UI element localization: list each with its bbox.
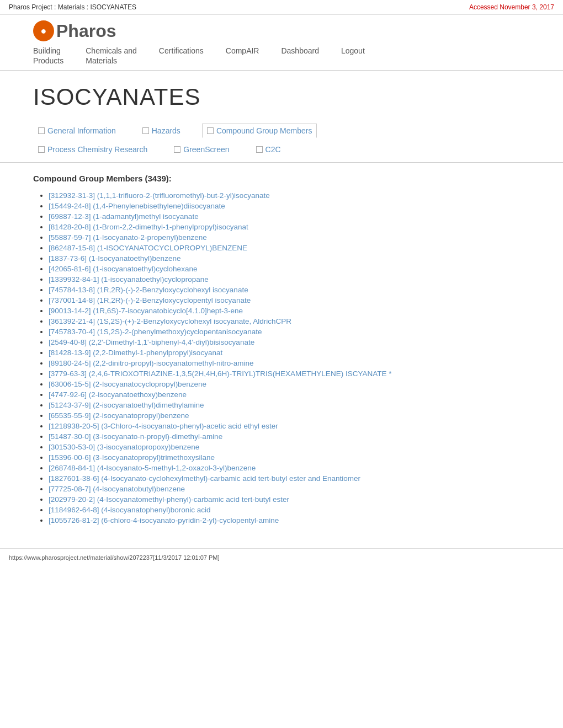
tab-checkbox-process: [38, 146, 45, 153]
list-item: [55887-59-7] (1-Isocyanato-2-propenyl)be…: [49, 233, 530, 242]
header: ● Pharos BuildingProducts Chemicals andM…: [0, 15, 563, 71]
nav-logout[interactable]: Logout: [341, 46, 365, 66]
compound-link[interactable]: [1184962-64-8] (4-isocyanatophenyl)boron…: [49, 506, 210, 514]
compound-link[interactable]: [745783-70-4] (1S,2S)-2-(phenylmethoxy)c…: [49, 328, 262, 336]
tab-general-information[interactable]: General Information: [33, 124, 121, 138]
tab-c2c[interactable]: C2C: [251, 142, 286, 157]
compound-link[interactable]: [2549-40-8] (2,2'-Dimethyl-1,1'-biphenyl…: [49, 338, 254, 346]
breadcrumb: Pharos Project : Materials : ISOCYANATES: [9, 3, 136, 11]
tab-compound-group-members[interactable]: Compound Group Members: [202, 124, 317, 138]
compound-link[interactable]: [1837-73-6] (1-Isocyanatoethyl)benzene: [49, 254, 180, 263]
compound-link[interactable]: [15449-24-8] (1,4-Phenylenebisethylene)d…: [49, 202, 225, 210]
compound-heading: Compound Group Members (3439):: [33, 174, 530, 183]
list-item: [65535-55-9] (2-isocyanatopropyl)benzene: [49, 411, 530, 420]
compound-link[interactable]: [1055726-81-2] (6-chloro-4-isocyanato-py…: [49, 516, 279, 524]
compound-link[interactable]: [51487-30-0] (3-isocyanato-n-propyl)-dim…: [49, 432, 222, 441]
tab-label-general: General Information: [47, 126, 116, 135]
list-item: [81428-20-8] (1-Brom-2,2-dimethyl-1-phen…: [49, 222, 530, 231]
compound-link[interactable]: [361392-21-4] (1S,2S)-(+)-2-Benzyloxycyc…: [49, 317, 291, 325]
nav-certifications[interactable]: Certifications: [159, 46, 204, 66]
list-item: [81428-13-9] (2,2-Dimethyl-1-phenylpropy…: [49, 348, 530, 357]
tab-process-chemistry[interactable]: Process Chemistry Research: [33, 142, 152, 157]
nav-compair[interactable]: CompAIR: [226, 46, 259, 66]
compound-link[interactable]: [312932-31-3] (1,1,1-trifluoro-2-(triflu…: [49, 191, 270, 200]
compound-link[interactable]: [737001-14-8] (1R,2R)-(-)-2-Benzyloxycyc…: [49, 296, 251, 304]
tab-label-hazards: Hazards: [152, 126, 180, 135]
footer-url: https://www.pharosproject.net/material/s…: [9, 554, 220, 561]
compound-link[interactable]: [15396-00-6] (3-Isocyanatopropyl)trimeth…: [49, 453, 215, 462]
tab-label-process: Process Chemistry Research: [47, 145, 147, 154]
compound-link[interactable]: [77725-08-7] (4-Isocyanatobutyl)benzene: [49, 485, 185, 493]
compound-link[interactable]: [55887-59-7] (1-Isocyanato-2-propenyl)be…: [49, 233, 207, 242]
list-item: [1837-73-6] (1-Isocyanatoethyl)benzene: [49, 254, 530, 263]
tab-label-greenscreen: GreenScreen: [183, 145, 229, 154]
list-item: [745784-13-8] (1R,2R)-(-)-2-Benzyloxycyc…: [49, 285, 530, 294]
compound-link[interactable]: [202979-20-2] (4-Isocyanatomethyl-phenyl…: [49, 495, 289, 504]
logo-text: Pharos: [56, 21, 116, 41]
compound-link[interactable]: [1218938-20-5] (3-Chloro-4-isocyanato-ph…: [49, 422, 278, 430]
list-item: [2549-40-8] (2,2'-Dimethyl-1,1'-biphenyl…: [49, 338, 530, 346]
compound-link[interactable]: [81428-13-9] (2,2-Dimethyl-1-phenylpropy…: [49, 349, 222, 357]
list-item: [1218938-20-5] (3-Chloro-4-isocyanato-ph…: [49, 421, 530, 430]
compound-link[interactable]: [301530-53-0] (3-isocyanatopropoxy)benze…: [49, 443, 199, 451]
logo: ● Pharos: [33, 20, 530, 41]
compound-link[interactable]: [65535-55-9] (2-isocyanatopropyl)benzene: [49, 411, 189, 420]
compound-list: [312932-31-3] (1,1,1-trifluoro-2-(triflu…: [33, 191, 530, 524]
compound-link[interactable]: [90013-14-2] (1R,6S)-7-isocyanatobicyclo…: [49, 307, 243, 315]
compound-link[interactable]: [89180-24-5] (2,2-dinitro-propyl)-isocya…: [49, 359, 253, 367]
footer: https://www.pharosproject.net/material/s…: [0, 548, 563, 566]
list-item: [1339932-84-1] (1-isocyanatoethyl)cyclop…: [49, 275, 530, 283]
tab-checkbox-greenscreen: [174, 146, 180, 153]
accessed-date: Accessed November 3, 2017: [469, 3, 554, 11]
list-item: [15396-00-6] (3-Isocyanatopropyl)trimeth…: [49, 453, 530, 462]
top-bar: Pharos Project : Materials : ISOCYANATES…: [0, 0, 563, 15]
list-item: [51487-30-0] (3-isocyanato-n-propyl)-dim…: [49, 432, 530, 441]
list-item: [1184962-64-8] (4-isocyanatophenyl)boron…: [49, 505, 530, 514]
list-item: [737001-14-8] (1R,2R)-(-)-2-Benzyloxycyc…: [49, 296, 530, 304]
list-item: [312932-31-3] (1,1,1-trifluoro-2-(triflu…: [49, 191, 530, 200]
nav-dashboard[interactable]: Dashboard: [281, 46, 319, 66]
compound-link[interactable]: [1827601-38-6] (4-Isocyanato-cyclohexylm…: [49, 474, 360, 483]
list-item: [51243-37-9] (2-isocyanatoethyl)dimethyl…: [49, 400, 530, 409]
compound-link[interactable]: [745784-13-8] (1R,2R)-(-)-2-Benzyloxycyc…: [49, 286, 248, 294]
tab-hazards[interactable]: Hazards: [137, 124, 185, 138]
compound-link[interactable]: [51243-37-9] (2-isocyanatoethyl)dimethyl…: [49, 401, 204, 409]
tab-checkbox-c2c: [256, 146, 263, 153]
list-item: [89180-24-5] (2,2-dinitro-propyl)-isocya…: [49, 358, 530, 367]
compound-link[interactable]: [862487-15-8] (1-ISOCYANATOCYCLOPROPYL)B…: [49, 244, 247, 252]
list-item: [77725-08-7] (4-Isocyanatobutyl)benzene: [49, 484, 530, 493]
tab-checkbox-general: [38, 127, 45, 134]
compound-link[interactable]: [69887-12-3] (1-adamantyl)methyl isocyan…: [49, 212, 199, 221]
compound-link[interactable]: [1339932-84-1] (1-isocyanatoethyl)cyclop…: [49, 275, 209, 283]
list-item: [268748-84-1] (4-Isocyanato-5-methyl-1,2…: [49, 463, 530, 472]
list-item: [15449-24-8] (1,4-Phenylenebisethylene)d…: [49, 201, 530, 210]
list-item: [1827601-38-6] (4-Isocyanato-cyclohexylm…: [49, 474, 530, 483]
list-item: [90013-14-2] (1R,6S)-7-isocyanatobicyclo…: [49, 306, 530, 315]
list-item: [361392-21-4] (1S,2S)-(+)-2-Benzyloxycyc…: [49, 317, 530, 325]
list-item: [42065-81-6] (1-isocyanatoethyl)cyclohex…: [49, 264, 530, 273]
compound-link[interactable]: [42065-81-6] (1-isocyanatoethyl)cyclohex…: [49, 265, 197, 273]
tab-greenscreen[interactable]: GreenScreen: [169, 142, 234, 157]
compound-link[interactable]: [3779-63-3] (2,4,6-TRIOXOTRIAZINE-1,3,5(…: [49, 370, 391, 378]
compound-link[interactable]: [81428-20-8] (1-Brom-2,2-dimethyl-1-phen…: [49, 223, 248, 231]
list-item: [4747-92-6] (2-isocyanatoethoxy)benzene: [49, 390, 530, 399]
tabs-row-2: Process Chemistry Research GreenScreen C…: [33, 142, 530, 162]
list-item: [862487-15-8] (1-ISOCYANATOCYCLOPROPYL)B…: [49, 243, 530, 252]
main-content: Compound Group Members (3439): [312932-3…: [0, 163, 563, 537]
tab-label-compound: Compound Group Members: [216, 126, 312, 135]
tab-label-c2c: C2C: [265, 145, 281, 154]
list-item: [3779-63-3] (2,4,6-TRIOXOTRIAZINE-1,3,5(…: [49, 369, 530, 378]
compound-link[interactable]: [63006-15-5] (2-Isocyanatocyclopropyl)be…: [49, 380, 206, 388]
compound-link[interactable]: [4747-92-6] (2-isocyanatoethoxy)benzene: [49, 390, 187, 399]
nav-building-products[interactable]: BuildingProducts: [33, 46, 63, 66]
compound-link[interactable]: [268748-84-1] (4-Isocyanato-5-methyl-1,2…: [49, 464, 256, 472]
tabs-row-1: General Information Hazards Compound Gro…: [33, 119, 530, 142]
list-item: [69887-12-3] (1-adamantyl)methyl isocyan…: [49, 212, 530, 221]
list-item: [63006-15-5] (2-Isocyanatocyclopropyl)be…: [49, 379, 530, 388]
logo-icon: ●: [33, 20, 54, 41]
list-item: [202979-20-2] (4-Isocyanatomethyl-phenyl…: [49, 495, 530, 504]
nav-chemicals-materials[interactable]: Chemicals andMaterials: [86, 46, 137, 66]
page-title: ISOCYANATES: [33, 84, 530, 110]
page-title-section: ISOCYANATES: [0, 71, 563, 119]
list-item: [1055726-81-2] (6-chloro-4-isocyanato-py…: [49, 516, 530, 524]
